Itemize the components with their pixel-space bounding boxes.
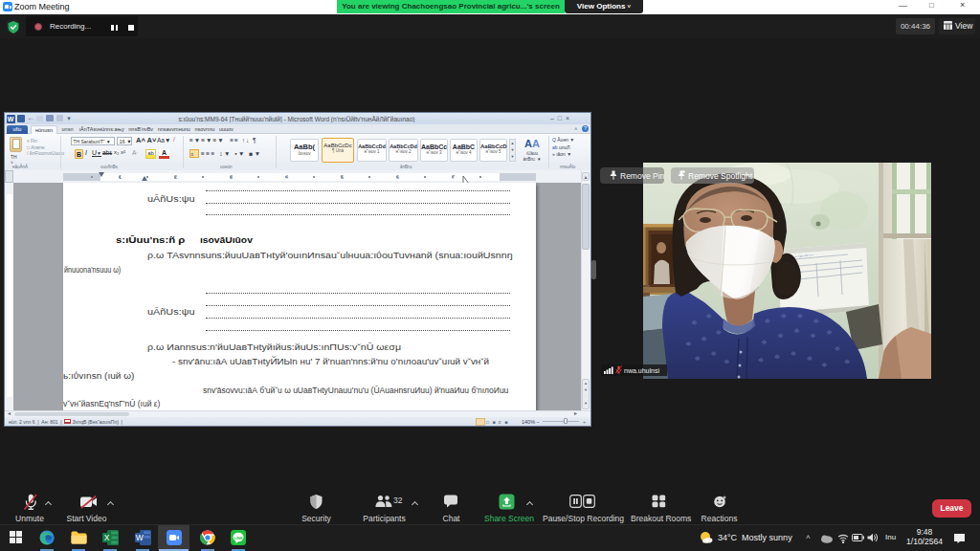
svg-text:LINE: LINE (234, 536, 242, 540)
svg-text:X: X (104, 533, 110, 542)
svg-text:W: W (136, 533, 144, 542)
